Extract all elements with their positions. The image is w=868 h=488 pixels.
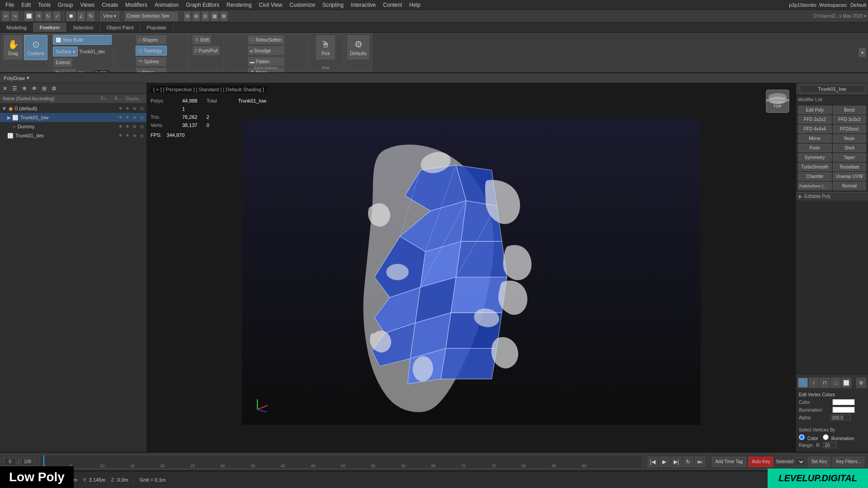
sv-illum-radio[interactable]	[823, 434, 829, 440]
menu-views[interactable]: Views	[76, 0, 98, 10]
sv-illum-label[interactable]: Illumination	[823, 434, 854, 441]
menu-help[interactable]: Help	[406, 0, 424, 10]
vertex-mode-btn[interactable]: ·	[798, 378, 808, 388]
snap-toggle-btn[interactable]: 🔲	[66, 11, 76, 21]
tb-icon1[interactable]: ⧉	[184, 11, 191, 21]
scale-btn[interactable]: ⤢	[53, 11, 61, 21]
color-swatch[interactable]	[832, 399, 855, 405]
tb-icon5[interactable]: ⊠	[220, 11, 228, 21]
alpha-input[interactable]	[830, 414, 851, 421]
optimize-btn[interactable]: Optimize	[53, 68, 76, 73]
key-filters-btn[interactable]: Key Filters...	[833, 457, 864, 467]
exp-close-btn[interactable]: ✕	[1, 84, 9, 93]
sv-color-radio[interactable]	[799, 434, 805, 440]
mod-normal[interactable]: Normal	[833, 182, 867, 190]
menu-create[interactable]: Create	[98, 0, 122, 10]
flatten-btn[interactable]: ▬ Flatten	[247, 56, 285, 66]
add-time-tag-btn[interactable]: Add Time Tag	[712, 457, 746, 467]
tab-freeform[interactable]: Freeform	[33, 23, 67, 32]
push-pull-btn[interactable]: ⤴ Push/Pull	[192, 46, 220, 56]
defaults-btn[interactable]: ⚙ Defaults	[347, 35, 370, 60]
mod-taper[interactable]: Taper	[833, 153, 867, 162]
snap-percent-btn[interactable]: %	[86, 11, 95, 21]
surface-dropdown-btn[interactable]: Surface ▾	[53, 47, 77, 56]
border-mode-btn[interactable]: ⊓	[820, 378, 830, 388]
viewport-3d[interactable]: [ + ] [ Perspective ] [ Standard ] [ Def…	[147, 83, 796, 452]
mod-edit-poly[interactable]: Edit Poly	[798, 106, 832, 114]
more-options-btn[interactable]: ▾	[859, 47, 866, 57]
tab-populate[interactable]: Populate	[140, 23, 173, 32]
exp-freeze-btn[interactable]: ❄	[20, 84, 28, 93]
mod-shell[interactable]: Shell	[833, 144, 867, 152]
tab-selection[interactable]: Selection	[66, 23, 100, 32]
illum-swatch[interactable]	[832, 407, 855, 413]
mod-bend[interactable]: Bend	[833, 106, 867, 114]
rotate-btn[interactable]: ↻	[44, 11, 52, 21]
next-frame-btn[interactable]: ▶|	[671, 457, 681, 467]
menu-modifiers[interactable]: Modifiers	[122, 0, 151, 10]
menu-graph-editors[interactable]: Graph Editors	[182, 0, 223, 10]
move-btn[interactable]: ✛	[35, 11, 43, 21]
set-key-btn[interactable]: Set Key	[808, 457, 830, 467]
viewport-compass[interactable]: TOP	[764, 88, 791, 115]
end-btn[interactable]: ⏭	[695, 457, 705, 467]
frame-total-input[interactable]	[21, 458, 34, 466]
mod-ffd-4x4x4[interactable]: FFD 4x4x4	[798, 125, 832, 133]
menu-customize[interactable]: Customize	[286, 0, 319, 10]
select-obj-btn[interactable]: ⬜	[24, 11, 34, 21]
exp-filter-btn[interactable]: ☰	[10, 84, 19, 93]
topology-btn[interactable]: ⬡ Topology	[136, 46, 167, 56]
mod-chamfer[interactable]: Chamfer	[798, 172, 832, 181]
tb-icon2[interactable]: ⊞	[192, 11, 200, 21]
polydraw-dropdown[interactable]: PolyDraw ▾	[4, 75, 29, 81]
tab-modeling[interactable]: Modeling	[0, 23, 33, 32]
mod-ffd-2x2x2[interactable]: FFD 2x2x2	[798, 115, 832, 124]
mod-ffd-3x3x3[interactable]: FFD 3x3x3	[833, 115, 867, 124]
tree-row-trunk-dec[interactable]: ⬜ Trunk01_dec 👁 ❄ ⊕ ◎	[0, 131, 146, 140]
edge-mode-btn[interactable]: /	[809, 378, 819, 388]
editable-poly-header[interactable]: ▶ Editable Poly	[796, 192, 868, 201]
auto-key-btn[interactable]: Auto Key	[749, 457, 774, 467]
menu-file[interactable]: File	[2, 0, 18, 10]
redo-btn[interactable]: ↪	[11, 11, 19, 21]
conform-btn[interactable]: ⊙ Conform	[24, 35, 47, 60]
offset-input[interactable]	[93, 69, 111, 73]
settings-mode-btn[interactable]: ⚙	[856, 378, 866, 388]
mod-ffd-box[interactable]: FFD(box)	[833, 125, 867, 133]
mod-nose[interactable]: Nose	[833, 134, 867, 143]
time-ruler[interactable]: 0 5 10 15 20 25 30 35 40 45 50 55 60 65 …	[39, 455, 642, 469]
sv-color-label[interactable]: Color	[799, 434, 818, 441]
tb-icon3[interactable]: ⊟	[201, 11, 209, 21]
mod-turbosmooth[interactable]: TurboSmooth	[798, 163, 832, 171]
poly-mode-btn[interactable]: □	[830, 378, 840, 388]
mod-mirror[interactable]: Mirror	[798, 134, 832, 143]
shift-btn[interactable]: ⇧ Shift	[192, 35, 212, 45]
element-mode-btn[interactable]: ⬜	[841, 378, 851, 388]
tab-object-paint[interactable]: Object Paint	[100, 23, 141, 32]
mod-pathdeform[interactable]: PathDeform (WSM)	[798, 182, 832, 190]
mod-push[interactable]: Push	[798, 144, 832, 152]
extend-btn[interactable]: Extend	[53, 57, 72, 67]
menu-group[interactable]: Group	[54, 0, 76, 10]
prev-frame-btn[interactable]: |◀	[648, 457, 658, 467]
loop-btn[interactable]: ↻	[683, 457, 693, 467]
selection-set-dropdown[interactable]	[795, 458, 805, 466]
view-dropdown[interactable]: View ▾	[100, 11, 119, 21]
mod-tessellate[interactable]: Tessellate	[833, 163, 867, 171]
play-pause-btn[interactable]: ▶	[660, 457, 670, 467]
object-name-display[interactable]: Trunk01_low	[800, 85, 864, 93]
tb-icon4[interactable]: ▦	[210, 11, 219, 21]
menu-animation[interactable]: Animation	[151, 0, 182, 10]
frame-current-input[interactable]	[4, 458, 16, 466]
menu-interactive[interactable]: Interactive	[347, 0, 379, 10]
menu-edit[interactable]: Edit	[18, 0, 34, 10]
mod-unwrap-uvw[interactable]: Unwrap UVW	[833, 172, 867, 181]
smudge-btn[interactable]: ⌀ Smudge	[247, 46, 285, 56]
undo-btn[interactable]: ↩	[2, 11, 10, 21]
exp-hide-btn[interactable]: 👁	[30, 84, 39, 93]
tree-row-world[interactable]: ▼ ◉ 0 (default) 👁 ❄ ⊕ ◎	[0, 104, 146, 113]
exp-options-btn[interactable]: ⚙	[50, 84, 58, 93]
step-build-btn[interactable]: ⬜ Step Build	[53, 35, 112, 45]
menu-rendering[interactable]: Rendering	[223, 0, 255, 10]
menu-tools[interactable]: Tools	[34, 0, 54, 10]
